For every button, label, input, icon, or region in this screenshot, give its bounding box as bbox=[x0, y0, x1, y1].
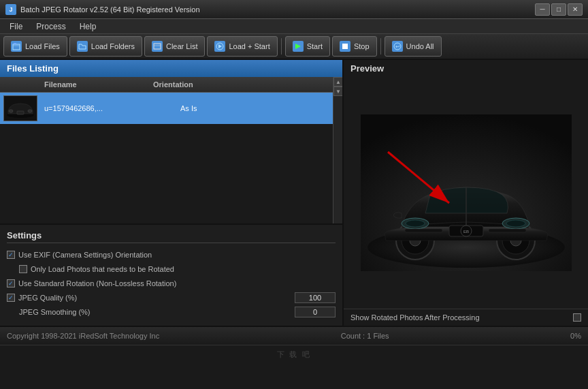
file-thumbnail bbox=[3, 95, 37, 121]
left-panel: Files Listing Filename Orientation bbox=[0, 60, 344, 326]
jpeg-quality-label: JPEG Quality (%) bbox=[7, 294, 77, 302]
app-icon: J bbox=[5, 4, 16, 15]
menu-file[interactable]: File bbox=[3, 20, 29, 33]
toolbar: Load Files Load Folders Clear List Load … bbox=[0, 34, 588, 60]
setting-use-exif: Use EXIF (Camera Settings) Orientation - bbox=[7, 249, 336, 261]
files-table: Filename Orientation bbox=[0, 77, 333, 223]
files-table-container: Filename Orientation bbox=[0, 77, 342, 223]
undo-all-icon: ↩ bbox=[392, 41, 403, 52]
scroll-up-button[interactable]: ▲ bbox=[333, 77, 342, 87]
jpeg-smoothing-label: JPEG Smoothing (%) bbox=[19, 308, 91, 316]
table-row[interactable]: u=1579462686,... As Is bbox=[0, 93, 333, 124]
title-bar-controls: ─ □ ✕ bbox=[535, 3, 583, 16]
maximize-button[interactable]: □ bbox=[551, 3, 566, 16]
main-content: Files Listing Filename Orientation bbox=[0, 60, 588, 326]
use-standard-checkbox[interactable] bbox=[7, 279, 15, 287]
show-rotated-checkbox[interactable] bbox=[573, 313, 581, 322]
jpeg-quality-value[interactable]: 100 bbox=[295, 292, 336, 303]
watermark: 下 载 吧 bbox=[0, 345, 588, 364]
svg-point-28 bbox=[506, 220, 525, 227]
svg-rect-32 bbox=[405, 229, 442, 232]
undo-all-button[interactable]: ↩ Undo All bbox=[385, 36, 442, 57]
jpeg-smoothing-value[interactable]: 0 bbox=[295, 307, 336, 317]
svg-rect-14 bbox=[17, 111, 24, 114]
svg-point-13 bbox=[28, 110, 32, 112]
setting-only-load: Only Load Photos that needs to be Rotate… bbox=[7, 263, 336, 275]
title-bar: J Batch JPEG Rotator v2.52 (64 Bit) Regi… bbox=[0, 0, 588, 19]
svg-marker-5 bbox=[218, 44, 222, 48]
clear-list-icon bbox=[152, 41, 163, 52]
minimize-button[interactable]: ─ bbox=[535, 3, 550, 16]
preview-area: EB bbox=[344, 77, 588, 309]
setting-jpeg-quality: JPEG Quality (%) 100 bbox=[7, 292, 336, 304]
toolbar-separator-1 bbox=[281, 38, 282, 55]
use-exif-label: Use EXIF (Camera Settings) Orientation bbox=[7, 251, 152, 259]
svg-text:EB: EB bbox=[463, 230, 468, 234]
preview-settings: Show Rotated Photos After Processing bbox=[344, 309, 588, 326]
load-files-icon bbox=[11, 41, 22, 52]
files-scrollbar[interactable]: ▲ ▼ bbox=[333, 77, 342, 223]
stop-button[interactable]: Stop bbox=[332, 36, 377, 57]
use-exif-checkbox[interactable] bbox=[7, 251, 15, 259]
settings-title: Settings bbox=[7, 230, 336, 243]
settings-panel: Settings Use EXIF (Camera Settings) Orie… bbox=[0, 223, 342, 326]
close-button[interactable]: ✕ bbox=[568, 3, 583, 16]
only-load-label: Only Load Photos that needs to be Rotate… bbox=[19, 265, 174, 273]
stop-icon bbox=[340, 41, 350, 52]
only-load-checkbox[interactable] bbox=[19, 265, 27, 273]
svg-text:↩: ↩ bbox=[395, 44, 400, 50]
load-folders-button[interactable]: Load Folders bbox=[69, 36, 142, 57]
menu-help[interactable]: Help bbox=[73, 20, 103, 33]
load-start-button[interactable]: Load + Start bbox=[207, 36, 277, 57]
svg-rect-7 bbox=[342, 44, 348, 49]
file-count-text: Count : 1 Files bbox=[341, 332, 389, 340]
jpeg-quality-checkbox[interactable] bbox=[7, 294, 15, 302]
col-thumb-spacer bbox=[0, 79, 41, 90]
clear-list-button[interactable]: Clear List bbox=[144, 36, 205, 57]
filename-cell: u=1579462686,... bbox=[41, 103, 177, 114]
load-folders-icon bbox=[77, 41, 88, 52]
svg-marker-6 bbox=[295, 44, 301, 49]
copyright-text: Copyright 1998-2021 iRedSoft Technology … bbox=[7, 332, 159, 340]
right-panel: Preview bbox=[344, 60, 588, 326]
preview-image: EB bbox=[361, 114, 572, 271]
svg-rect-33 bbox=[489, 229, 526, 232]
load-start-icon bbox=[214, 41, 225, 52]
load-files-button[interactable]: Load Files bbox=[3, 36, 67, 57]
col-filename-header: Filename bbox=[41, 79, 150, 90]
thumb-cell bbox=[0, 94, 41, 123]
menu-process[interactable]: Process bbox=[29, 20, 72, 33]
files-listing-header: Files Listing bbox=[0, 60, 342, 77]
status-bar: Copyright 1998-2021 iRedSoft Technology … bbox=[0, 326, 588, 345]
table-header: Filename Orientation bbox=[0, 77, 333, 93]
title-bar-left: J Batch JPEG Rotator v2.52 (64 Bit) Regi… bbox=[5, 4, 200, 15]
title-text: Batch JPEG Rotator v2.52 (64 Bit) Regist… bbox=[20, 5, 200, 14]
svg-rect-2 bbox=[154, 44, 161, 49]
use-standard-label: Use Standard Rotation (Non-Lossless Rota… bbox=[7, 279, 176, 287]
preview-header: Preview bbox=[344, 60, 588, 77]
svg-point-12 bbox=[9, 110, 13, 112]
watermark-text: 下 载 吧 bbox=[277, 349, 310, 360]
menu-bar: File Process Help bbox=[0, 19, 588, 34]
orientation-cell: As Is bbox=[177, 103, 333, 114]
scroll-down-button[interactable]: ▼ bbox=[333, 87, 342, 96]
start-button[interactable]: Start bbox=[285, 36, 330, 57]
col-orientation-header: Orientation bbox=[150, 79, 231, 90]
svg-rect-0 bbox=[13, 44, 20, 50]
table-body: u=1579462686,... As Is bbox=[0, 93, 333, 221]
svg-point-26 bbox=[406, 220, 425, 227]
setting-jpeg-smoothing: JPEG Smoothing (%) 0 bbox=[7, 306, 336, 318]
toolbar-separator-2 bbox=[380, 38, 381, 55]
setting-use-standard: Use Standard Rotation (Non-Lossless Rota… bbox=[7, 277, 336, 290]
start-icon bbox=[293, 41, 304, 52]
progress-text: 0% bbox=[570, 332, 581, 340]
svg-rect-1 bbox=[14, 43, 16, 44]
show-rotated-label: Show Rotated Photos After Processing bbox=[350, 313, 480, 322]
